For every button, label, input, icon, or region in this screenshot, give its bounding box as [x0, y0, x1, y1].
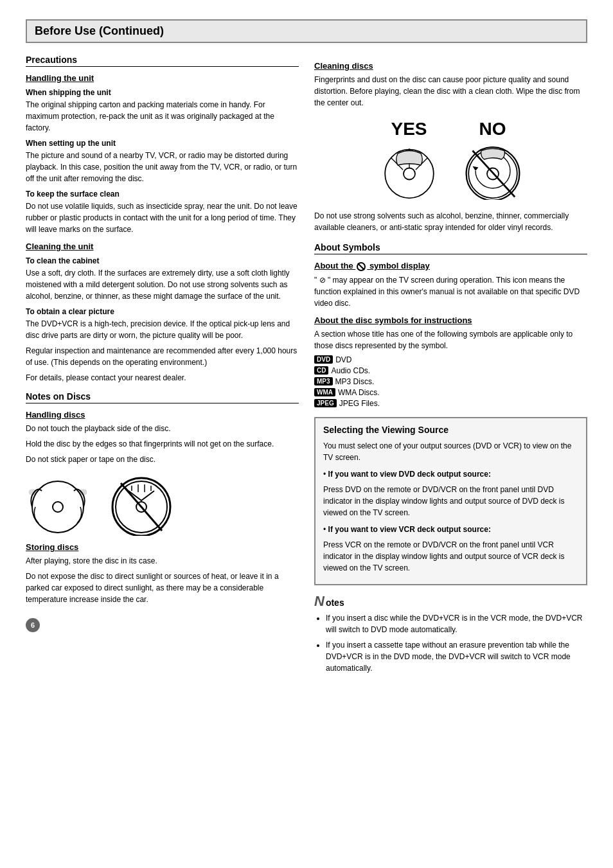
page-number: 6: [26, 618, 40, 632]
vcr-source-label: If you want to view VCR deck output sour…: [328, 525, 491, 534]
notes-section: N otes If you insert a disc while the DV…: [314, 594, 587, 674]
disc-symbol-item: WMA WMA Discs.: [314, 388, 587, 397]
clean-cabinet-text: Use a soft, dry cloth. If the surfaces a…: [26, 267, 299, 302]
keep-surface-title: To keep the surface clean: [26, 190, 299, 199]
disc-ok-image: [26, 472, 90, 536]
disc-symbols-list: DVD DVDCD Audio CDs.MP3 MP3 Discs.WMA WM…: [314, 355, 587, 408]
vcr-source-item: • If you want to view VCR deck output so…: [323, 524, 578, 535]
disc-label: JPEG Files.: [339, 399, 380, 408]
svg-rect-3: [79, 490, 87, 495]
page-title: Before Use (Continued): [35, 24, 578, 38]
svg-line-7: [121, 483, 162, 531]
disc-symbols-title: About the disc symbols for instructions: [314, 315, 587, 325]
yes-disc-item: YES: [380, 119, 438, 200]
when-shipping-title: When shipping the unit: [26, 88, 299, 97]
svg-point-9: [404, 168, 415, 180]
when-setting-text: The picture and sound of a nearby TV, VC…: [26, 150, 299, 184]
disc-symbol-item: MP3 MP3 Discs.: [314, 377, 587, 386]
disc-no-image: [109, 472, 173, 536]
notes-on-discs-title: Notes on Discs: [26, 391, 299, 403]
clear-picture-title: To obtain a clear picture: [26, 307, 299, 316]
notes-list: If you insert a disc while the DVD+VCR i…: [314, 612, 587, 674]
when-setting-title: When setting up the unit: [26, 139, 299, 148]
notes-header: N otes: [314, 594, 587, 608]
note-item: If you insert a cassette tape without an…: [326, 639, 587, 674]
dvd-source-text: Press DVD on the remote or DVD/VCR on th…: [323, 484, 578, 518]
disc-label: DVD: [335, 355, 351, 364]
note-item: If you insert a disc while the DVD+VCR i…: [326, 612, 587, 635]
right-column: Cleaning discs Fingerprints and dust on …: [314, 55, 587, 678]
disc-label: Audio CDs.: [331, 366, 370, 375]
dvd-source-item: • If you want to view DVD deck output so…: [323, 468, 578, 480]
clear-picture-text2: Regular inspection and maintenance are r…: [26, 345, 299, 368]
symbol-display-text: " ⊘ " may appear on the TV screen during…: [314, 274, 587, 309]
yes-label: YES: [391, 119, 427, 139]
cleaning-discs-text: Fingerprints and dust on the disc can ca…: [314, 74, 587, 109]
svg-rect-2: [29, 490, 37, 495]
handling-discs-text2: Hold the disc by the edges so that finge…: [26, 438, 299, 450]
viewing-source-box: Selecting the Viewing Source You must se…: [314, 417, 587, 585]
disc-badge: CD: [314, 366, 328, 375]
svg-point-1: [53, 502, 63, 512]
clear-picture-text3: For details, please contact your nearest…: [26, 372, 299, 384]
page-header: Before Use (Continued): [26, 19, 587, 43]
dvd-source-label: If you want to view DVD deck output sour…: [328, 470, 491, 479]
viewing-source-title: Selecting the Viewing Source: [323, 425, 578, 436]
disc-badge: JPEG: [314, 399, 337, 407]
vcr-source-text: Press VCR on the remote or DVD/VCR on th…: [323, 539, 578, 574]
when-shipping-text: The original shipping carton and packing…: [26, 99, 299, 134]
about-symbols-title: About Symbols: [314, 242, 587, 254]
cleaning-discs-warning: Do not use strong solvents such as alcoh…: [314, 210, 587, 233]
notes-otes: otes: [326, 598, 344, 608]
disc-label: MP3 Discs.: [335, 377, 375, 386]
cleaning-discs-title: Cleaning discs: [314, 61, 587, 71]
disc-symbols-text: A section whose title has one of the fol…: [314, 328, 587, 351]
left-column: Precautions Handling the unit When shipp…: [26, 55, 299, 678]
handling-discs-text3: Do not stick paper or tape on the disc.: [26, 454, 299, 465]
handling-unit-title: Handling the unit: [26, 73, 299, 83]
viewing-source-text: You must select one of your output sourc…: [323, 440, 578, 463]
keep-surface-text: Do not use volatile liquids, such as ins…: [26, 200, 299, 235]
handling-discs-text1: Do not touch the playback side of the di…: [26, 423, 299, 434]
notes-n-icon: N: [314, 594, 324, 608]
storing-discs-text2: Do not expose the disc to direct sunligh…: [26, 571, 299, 605]
clean-cabinet-title: To clean the cabinet: [26, 256, 299, 265]
clear-picture-text1: The DVD+VCR is a high-tech, precision de…: [26, 318, 299, 341]
storing-discs-text1: After playing, store the disc in its cas…: [26, 555, 299, 567]
no-disc-item: NO: [464, 119, 522, 200]
disc-symbol-item: DVD DVD: [314, 355, 587, 364]
no-label: NO: [479, 119, 506, 139]
no-disc-svg: [464, 142, 522, 200]
disc-badge: DVD: [314, 355, 333, 364]
cleaning-disc-illustration: YES: [314, 119, 587, 200]
handling-discs-title: Handling discs: [26, 410, 299, 420]
disc-images: [26, 472, 299, 536]
disc-symbol-item: JPEG JPEG Files.: [314, 399, 587, 408]
cleaning-unit-title: Cleaning the unit: [26, 242, 299, 251]
symbol-display-title: About the symbol display: [314, 261, 587, 271]
precautions-title: Precautions: [26, 55, 299, 67]
disc-label: WMA Discs.: [338, 388, 380, 397]
storing-discs-title: Storing discs: [26, 542, 299, 552]
disc-badge: MP3: [314, 377, 333, 385]
disc-symbol-item: CD Audio CDs.: [314, 366, 587, 375]
disc-badge: WMA: [314, 388, 335, 396]
yes-disc-svg: [380, 142, 438, 200]
